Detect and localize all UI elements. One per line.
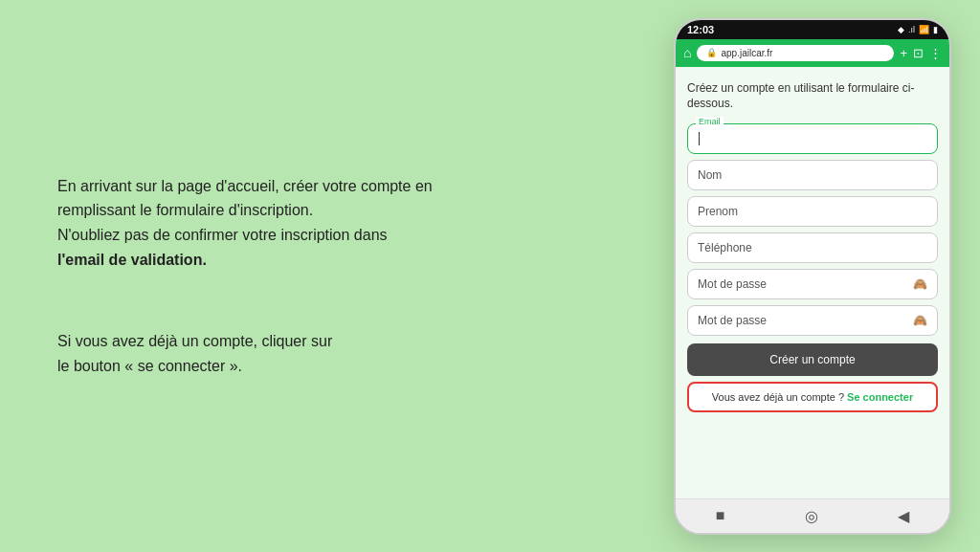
browser-bar: ⌂ 🔒 app.jailcar.fr + ⊡ ⋮ (676, 39, 949, 67)
lock-icon: 🔒 (706, 48, 717, 57)
menu-button[interactable]: ⋮ (929, 46, 942, 60)
password-field-2[interactable]: Mot de passe 🙈 (687, 305, 938, 336)
nom-placeholder: Nom (698, 168, 722, 182)
prenom-placeholder: Prenom (698, 205, 738, 218)
home-circle-button[interactable]: ◎ (805, 507, 818, 525)
bold-email-text: l'email de validation. (57, 252, 207, 268)
login-question-text: Vous avez déjà un compte ? (712, 391, 847, 403)
nom-field[interactable]: Nom (687, 160, 938, 190)
telephone-placeholder: Téléphone (698, 241, 752, 254)
paragraph-2: Si vous avez déjà un compte, cliquer sur… (57, 329, 517, 378)
login-link-box[interactable]: Vous avez déjà un compte ? Se connecter (687, 382, 938, 412)
phone-mockup: 12:03 ◆ .ıl 📶 ▮ ⌂ 🔒 app.jailcar.fr + ⊡ ⋮… (674, 18, 951, 535)
form-group: Email Nom Prenom Téléphone Mot de passe … (687, 123, 938, 412)
login-hint-text: Si vous avez déjà un compte, cliquer sur… (57, 329, 517, 378)
battery-icon: ▮ (933, 25, 938, 34)
password-placeholder-1: Mot de passe (698, 277, 767, 291)
password-field-1[interactable]: Mot de passe 🙈 (687, 269, 938, 299)
add-tab-button[interactable]: + (900, 46, 907, 60)
status-bar: 12:03 ◆ .ıl 📶 ▮ (676, 20, 949, 39)
home-icon[interactable]: ⌂ (683, 45, 691, 60)
email-field[interactable]: Email (687, 123, 938, 154)
wifi-icon: 📶 (919, 25, 929, 34)
bottom-nav-bar: ■ ◎ ◀ (676, 498, 949, 533)
telephone-field[interactable]: Téléphone (687, 232, 938, 263)
url-bar[interactable]: 🔒 app.jailcar.fr (697, 45, 894, 61)
create-account-button[interactable]: Créer un compte (687, 343, 938, 376)
left-panel: En arrivant sur la page d'accueil, créer… (57, 174, 517, 379)
prenom-field[interactable]: Prenom (687, 196, 938, 227)
url-text: app.jailcar.fr (721, 48, 772, 58)
eye-icon-2[interactable]: 🙈 (913, 314, 927, 327)
signal-icon: .ıl (908, 25, 915, 34)
status-icons: ◆ .ıl 📶 ▮ (898, 25, 938, 34)
instruction-text: En arrivant sur la page d'accueil, créer… (57, 174, 517, 272)
form-header: Créez un compte en utilisant le formulai… (687, 80, 938, 113)
back-triangle-button[interactable]: ◀ (898, 507, 909, 525)
paragraph-1: En arrivant sur la page d'accueil, créer… (57, 174, 517, 272)
eye-icon-1[interactable]: 🙈 (913, 277, 927, 291)
status-time: 12:03 (687, 24, 714, 35)
se-connecter-link[interactable]: Se connecter (847, 391, 913, 403)
password-placeholder-2: Mot de passe (698, 314, 767, 327)
back-square-button[interactable]: ■ (716, 507, 725, 524)
app-content: Créez un compte en utilisant le formulai… (676, 67, 949, 498)
email-label: Email (696, 117, 724, 126)
browser-actions: + ⊡ ⋮ (900, 46, 942, 60)
bluetooth-icon: ◆ (898, 25, 904, 34)
cursor (699, 132, 700, 145)
tab-overview-button[interactable]: ⊡ (913, 46, 924, 60)
